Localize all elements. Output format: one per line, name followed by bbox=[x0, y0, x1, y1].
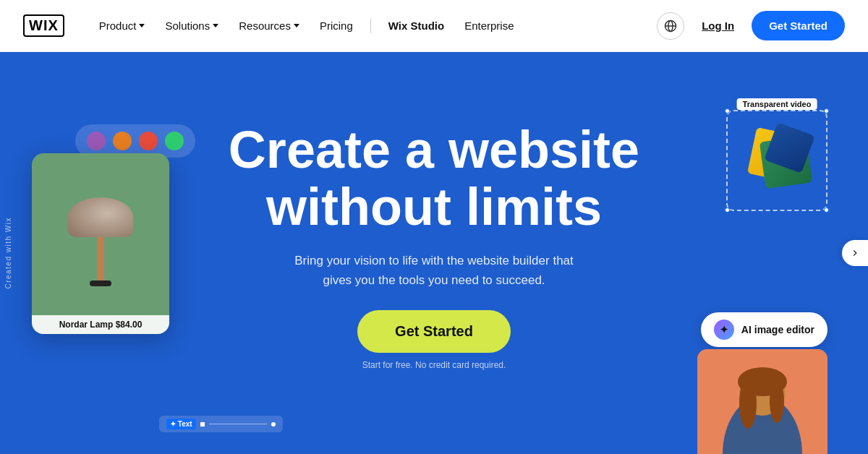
hero-heading: Create a website without limits bbox=[229, 121, 639, 236]
color-dot-red bbox=[139, 132, 158, 150]
text-widget: ✦ Text bbox=[159, 416, 283, 432]
connector-dot-end bbox=[271, 422, 276, 427]
nav-item-product[interactable]: Product bbox=[90, 14, 154, 38]
logo[interactable]: WIX bbox=[23, 14, 64, 37]
nav-item-pricing[interactable]: Pricing bbox=[311, 14, 362, 38]
hero-subtext: Bring your vision to life with the websi… bbox=[294, 251, 574, 290]
lamp-shade bbox=[68, 197, 133, 237]
svg-point-8 bbox=[770, 380, 784, 423]
nav-right: Log In Get Started bbox=[657, 11, 845, 40]
lamp-product-card: Nordar Lamp $84.00 bbox=[32, 153, 169, 334]
transparent-video-label: Transparent video bbox=[737, 98, 817, 110]
lamp-base bbox=[90, 280, 111, 286]
nav-links: Product Solutions Resources Pricing Wix … bbox=[90, 14, 657, 38]
chevron-down-icon bbox=[213, 24, 218, 27]
ai-image-editor-badge: ✦ AI image editor bbox=[701, 312, 827, 347]
login-button[interactable]: Log In bbox=[693, 14, 743, 38]
gem-visual bbox=[741, 124, 813, 197]
lamp-label: Nordar Lamp $84.00 bbox=[32, 315, 169, 334]
color-dot-purple bbox=[87, 132, 106, 150]
connector-line bbox=[209, 424, 267, 424]
chevron-down-icon bbox=[294, 24, 299, 27]
nav-divider bbox=[370, 19, 371, 33]
navbar: WIX Product Solutions Resources Pricing … bbox=[0, 0, 868, 52]
scroll-hint[interactable] bbox=[842, 240, 868, 266]
get-started-nav-button[interactable]: Get Started bbox=[752, 11, 845, 40]
nav-item-resources[interactable]: Resources bbox=[230, 14, 308, 38]
woman-card bbox=[697, 349, 827, 454]
fine-print: Start for free. No credit card required. bbox=[362, 360, 506, 370]
connector-dot bbox=[200, 422, 205, 427]
lamp-body bbox=[68, 197, 133, 286]
side-label: Created with Wix bbox=[0, 52, 16, 454]
nav-item-wix-studio[interactable]: Wix Studio bbox=[380, 14, 453, 38]
handle-tl bbox=[725, 108, 730, 113]
hero-section: Created with Wix Created with Wix Nordar… bbox=[0, 52, 868, 454]
lamp-stem bbox=[97, 237, 104, 280]
woman-illustration bbox=[697, 349, 827, 454]
handle-tr bbox=[824, 108, 829, 113]
wix-logo[interactable]: WIX bbox=[23, 14, 64, 37]
handle-bl bbox=[725, 207, 730, 213]
text-widget-icon: ✦ Text bbox=[166, 419, 196, 429]
nav-item-enterprise[interactable]: Enterprise bbox=[456, 14, 522, 38]
lamp-visual bbox=[32, 153, 169, 315]
handle-br bbox=[824, 207, 829, 213]
chevron-down-icon bbox=[139, 24, 145, 27]
color-dot-orange bbox=[113, 132, 132, 150]
language-button[interactable] bbox=[657, 12, 684, 40]
get-started-hero-button[interactable]: Get Started bbox=[357, 310, 511, 353]
transparent-video-card: Transparent video bbox=[726, 110, 827, 211]
svg-point-7 bbox=[739, 378, 757, 429]
ai-icon: ✦ bbox=[714, 320, 734, 340]
nav-item-solutions[interactable]: Solutions bbox=[156, 14, 227, 38]
color-dot-green bbox=[165, 132, 184, 150]
